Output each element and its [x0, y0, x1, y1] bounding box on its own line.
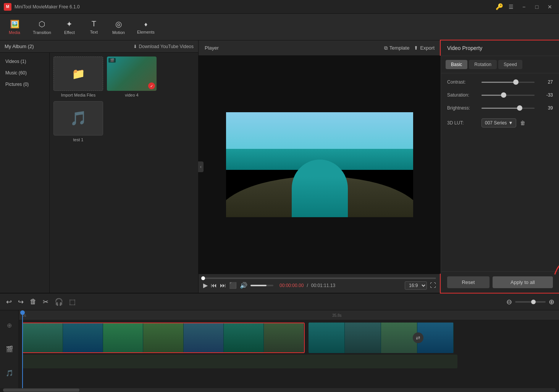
apply-to-all-button[interactable]: Apply to all [493, 276, 553, 288]
download-youtube-button[interactable]: ⬇ Download YouTube Videos [133, 44, 194, 49]
video-track-icon: 🎬 [6, 345, 13, 353]
play-button[interactable]: ▶ [203, 282, 208, 289]
close-button[interactable]: ✕ [544, 3, 555, 11]
volume-icon[interactable]: 🔊 [240, 282, 247, 289]
media-icon: 🖼️ [10, 19, 19, 29]
current-time: 00:00:00.00 [280, 283, 304, 288]
undo-button[interactable]: ↩ [5, 296, 13, 308]
redo-button[interactable]: ↪ [16, 296, 25, 308]
contrast-handle[interactable] [513, 79, 519, 85]
export-icon: ⬆ [414, 45, 418, 51]
add-media-track-button[interactable]: ⊕ [7, 322, 12, 329]
lut-chevron-icon: ▼ [508, 120, 513, 126]
player-area: Player ⧉ Template ⬆ Export [199, 40, 441, 293]
export-label: Export [420, 45, 435, 51]
brightness-row: Brightness: 39 [447, 105, 553, 111]
lut-delete-button[interactable]: 🗑 [520, 120, 525, 126]
test1-label: test 1 [73, 137, 84, 142]
import-media-item[interactable]: 📁 Import Media Files [53, 56, 103, 97]
next-frame-button[interactable]: ⏭ [220, 282, 226, 289]
test1-item[interactable]: 🎵 test 1 [53, 101, 103, 142]
saturation-handle[interactable] [501, 92, 506, 98]
sidebar-nav: Videos (1) Music (60) Pictures (0) [0, 53, 50, 293]
reset-button[interactable]: Reset [447, 276, 490, 288]
zoom-slider[interactable] [515, 301, 546, 303]
titlebar: M MiniTool MovieMaker Free 6.1.0 🔑 ☰ − □… [0, 0, 559, 14]
collapse-handle[interactable]: ‹ [198, 161, 204, 172]
timeline-content: ⊕ 🎬 🎵 0s 35.8s [0, 310, 559, 388]
saturation-label: Saturation: [447, 92, 478, 98]
elements-label: Elements [137, 30, 155, 34]
clip-frame [224, 323, 264, 352]
timeline-toolbar-right: ⊖ ⊕ [506, 298, 554, 306]
folder-icon: 📁 [72, 68, 85, 80]
video-clip-2[interactable] [309, 323, 454, 353]
volume-slider[interactable] [250, 285, 273, 286]
zoom-out-button[interactable]: ⊖ [506, 298, 512, 306]
key-icon[interactable]: 🔑 [496, 3, 503, 10]
menu-button[interactable]: ☰ [506, 3, 516, 11]
video4-item[interactable]: ✓ 🎬 video 4 [107, 56, 157, 97]
tab-speed[interactable]: Speed [498, 60, 522, 69]
fullscreen-button[interactable]: ⛶ [430, 282, 436, 289]
clip-frame [103, 323, 143, 352]
left-panel: My Album (2) ⬇ Download YouTube Videos V… [0, 40, 199, 293]
playhead[interactable] [22, 310, 23, 388]
zoom-in-button[interactable]: ⊕ [549, 298, 554, 306]
scene-sky [226, 112, 413, 154]
brightness-fill [481, 108, 520, 109]
lut-select[interactable]: 007 Series ▼ [481, 118, 516, 127]
swap-clip-button[interactable]: ⇄ [413, 332, 423, 343]
detach-audio-button[interactable]: 🎧 [53, 296, 65, 308]
saturation-slider[interactable] [481, 95, 535, 96]
clip-frame [23, 323, 63, 352]
sidebar-item-videos[interactable]: Videos (1) [0, 56, 49, 67]
video4-thumb: ✓ 🎬 [107, 56, 157, 91]
player-title: Player [205, 45, 219, 51]
video-clip-1[interactable] [22, 323, 305, 353]
toolbar-item-transition[interactable]: ⬡ Transition [27, 17, 57, 37]
brightness-value: 39 [538, 105, 553, 111]
cut-button[interactable]: ✂ [41, 296, 50, 308]
toolbar-item-motion[interactable]: ◎ Motion [107, 17, 130, 37]
brightness-handle[interactable] [517, 105, 522, 111]
timeline-scrollbar[interactable] [3, 388, 556, 392]
aspect-ratio-select[interactable]: 16:9 4:3 1:1 [405, 281, 427, 290]
contrast-row: Contrast: 27 [447, 79, 553, 85]
prev-frame-button[interactable]: ⏮ [211, 282, 217, 289]
clip-frames [23, 323, 304, 352]
progress-handle[interactable] [201, 276, 205, 280]
progress-bar[interactable] [203, 277, 436, 279]
clip-frame [381, 323, 417, 353]
contrast-slider[interactable] [481, 82, 535, 83]
export-button[interactable]: ⬆ Export [414, 45, 435, 51]
sidebar-item-music[interactable]: Music (60) [0, 67, 49, 79]
toolbar-item-effect[interactable]: ✦ Effect [58, 17, 81, 37]
delete-button[interactable]: 🗑 [28, 296, 38, 307]
crop-button[interactable]: ⬚ [68, 296, 77, 308]
tab-basic[interactable]: Basic [446, 60, 467, 69]
toolbar-item-elements[interactable]: ⬧ Elements [132, 17, 160, 37]
brightness-label: Brightness: [447, 105, 478, 111]
minimize-button[interactable]: − [519, 3, 529, 11]
toolbar-item-media[interactable]: 🖼️ Media [3, 17, 26, 37]
scrollbar-thumb[interactable] [3, 389, 79, 392]
album-title: My Album (2) [5, 44, 34, 49]
template-button[interactable]: ⧉ Template [384, 45, 410, 51]
zoom-handle[interactable] [531, 300, 536, 304]
contrast-fill [481, 82, 516, 83]
maximize-button[interactable]: □ [532, 3, 542, 11]
brightness-slider[interactable] [481, 108, 535, 109]
template-icon: ⧉ [384, 45, 388, 51]
playhead-head [20, 310, 25, 315]
clip-frame [309, 323, 345, 353]
stop-button[interactable]: ⬛ [229, 282, 237, 289]
player-controls: ▶ ⏮ ⏭ ⬛ 🔊 00:00:00.00 / 00:01:11.13 16:9… [199, 274, 441, 293]
saturation-row: Saturation: -33 [447, 92, 553, 98]
sidebar-item-pictures[interactable]: Pictures (0) [0, 79, 49, 90]
ruler-mark-35: 35.8s [332, 313, 341, 318]
toolbar-item-text[interactable]: T Text [82, 17, 105, 37]
controls-row: ▶ ⏮ ⏭ ⬛ 🔊 00:00:00.00 / 00:01:11.13 16:9… [203, 281, 436, 290]
contrast-label: Contrast: [447, 79, 478, 85]
tab-rotation[interactable]: Rotation [469, 60, 497, 69]
